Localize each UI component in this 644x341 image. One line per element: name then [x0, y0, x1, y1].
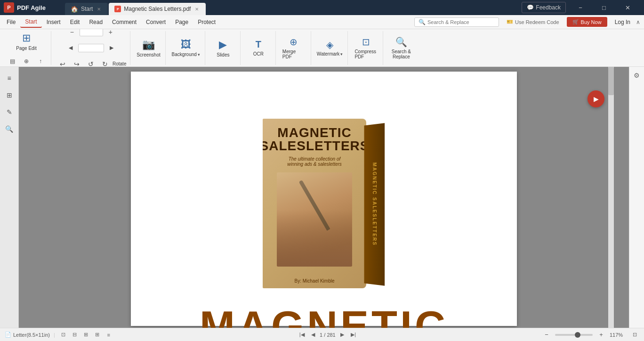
right-panel: ⚙ [629, 67, 644, 328]
menu-file[interactable]: File [2, 17, 20, 27]
menu-convert-label: Convert [146, 19, 166, 25]
background-arrow: ▾ [198, 52, 200, 57]
status-scrollbar-icon[interactable]: ≡ [104, 330, 113, 340]
rotate-label: Rotate [113, 61, 126, 66]
status-next-page[interactable]: ▶ [338, 330, 347, 340]
status-zoom-in[interactable]: + [596, 330, 606, 340]
feedback-button[interactable]: 💬 Feedback [522, 2, 566, 13]
log-in-button[interactable]: Log In [611, 19, 634, 25]
collapse-button[interactable]: ∧ [634, 19, 642, 25]
insert-page-button[interactable]: ⊕ [20, 55, 33, 67]
page-edit-button[interactable]: ⊞ Page Edit [13, 29, 40, 55]
sidebar-grid-view[interactable]: ⊞ [2, 88, 17, 103]
watermark-button[interactable]: ◈ Watermark ▾ [316, 35, 344, 61]
zoom-out-button[interactable]: − [65, 29, 79, 39]
minimize-icon: − [579, 4, 582, 11]
search-replace-button[interactable]: 🔍 Search & Replace [388, 35, 414, 61]
thumbnail-view-button[interactable]: ▤ [6, 55, 19, 67]
sidebar-find[interactable]: 🔍 [2, 122, 17, 137]
menu-comment[interactable]: Comment [107, 17, 141, 27]
extract-page-button[interactable]: ↑ [34, 55, 47, 67]
status-prev-page[interactable]: ◀ [308, 330, 318, 340]
status-fit-btn[interactable]: ⊡ [630, 330, 639, 340]
view-mode-icons: ⊡ ⊟ ⊞ ⊞ ≡ [59, 330, 113, 340]
menu-start[interactable]: Start [20, 16, 41, 28]
status-single-page-icon[interactable]: ⊡ [59, 330, 68, 340]
zoom-input[interactable]: 117% [80, 29, 103, 36]
menu-protect[interactable]: Protect [193, 17, 220, 27]
logo-icon: P [4, 2, 14, 13]
slides-icon: ▶ [219, 39, 227, 51]
menu-insert[interactable]: Insert [42, 17, 65, 27]
page-edit-icon: ⊞ [22, 32, 31, 44]
status-first-page[interactable]: |◀ [297, 330, 306, 340]
page-edit-sub-icons: ▤ ⊕ ↑ [6, 55, 47, 67]
slides-label: Slides [217, 52, 229, 57]
status-facing-continuous-icon[interactable]: ⊞ [93, 330, 102, 340]
compress-icon: ⊡ [362, 36, 370, 48]
bottom-magnetic-text: MAGNETIC [131, 302, 517, 328]
settings-panel-button[interactable]: ⚙ [630, 69, 644, 82]
next-page-button[interactable]: ▶ [105, 41, 118, 55]
menu-page-label: Page [175, 19, 188, 25]
redo-button[interactable]: ↪ [70, 57, 83, 67]
menu-edit[interactable]: Edit [65, 17, 85, 27]
zoom-in-button[interactable]: + [104, 29, 117, 39]
tab-start-close[interactable]: ✕ [96, 6, 102, 12]
sidebar-edit-view[interactable]: ✎ [2, 105, 17, 120]
page-input[interactable]: 1 / 281 [78, 44, 104, 52]
menu-bar: File Start Insert Edit Read Comment Conv… [0, 15, 644, 29]
undo-button[interactable]: ↩ [56, 57, 69, 67]
sidebar-list-view[interactable]: ≡ [2, 71, 17, 86]
status-zoom-out[interactable]: − [542, 330, 551, 340]
app-name: PDF Agile [17, 4, 46, 11]
minimize-button[interactable]: − [570, 0, 591, 15]
zoom-row: − 117% + [65, 29, 117, 39]
screenshot-button[interactable]: 📷 Screenshot [135, 35, 161, 61]
background-button[interactable]: 🖼 Background ▾ [170, 35, 201, 61]
buy-now-button[interactable]: 🛒 Buy Now [567, 17, 607, 27]
merge-pdf-button[interactable]: ⊕ Merge PDF [281, 35, 307, 61]
toolbar-group-zoom-nav: − 117% + ◀ 1 / 281 ▶ ↩ ↪ ↺ ↻ Rotate [54, 31, 130, 65]
watermark-arrow: ▾ [340, 52, 343, 57]
app-logo: P PDF Agile [4, 2, 65, 13]
buy-now-label: Buy Now [581, 19, 602, 25]
status-facing-icon[interactable]: ⊞ [81, 330, 91, 340]
menu-convert[interactable]: Convert [141, 17, 170, 27]
compress-pdf-button[interactable]: ⊡ Compress PDF [353, 35, 379, 61]
status-page-num: 1 / 281 [320, 332, 336, 338]
slides-button[interactable]: ▶ Slides [210, 35, 236, 61]
tab-pdf[interactable]: P Magnetic Sales Letters.pdf ✕ [109, 3, 206, 15]
search-box[interactable]: 🔍 [414, 17, 499, 27]
find-icon: 🔍 [5, 125, 13, 133]
menu-read-label: Read [89, 19, 103, 25]
book-author: By: Michael Kimble [294, 278, 334, 284]
scrollbar-track[interactable] [608, 67, 614, 328]
maximize-button[interactable]: □ [593, 0, 615, 15]
menu-file-label: File [7, 19, 16, 25]
tab-pdf-close[interactable]: ✕ [193, 6, 200, 12]
zoom-slider[interactable] [555, 334, 593, 336]
status-continuous-icon[interactable]: ⊟ [70, 330, 80, 340]
toolbar-group-slides: ▶ Slides [208, 31, 241, 65]
tab-start[interactable]: 🏠 Start ✕ [65, 3, 108, 15]
status-last-page[interactable]: ▶| [349, 330, 358, 340]
menu-insert-label: Insert [47, 19, 61, 25]
floating-action-button[interactable]: ▶ [588, 90, 604, 107]
scrollbar-thumb[interactable] [608, 67, 614, 95]
ocr-button[interactable]: T OCR [245, 35, 272, 61]
rotate-cw-button[interactable]: ↻ [98, 57, 112, 67]
feedback-label: Feedback [536, 4, 561, 11]
floating-icon: ▶ [594, 95, 599, 103]
zoom-slider-thumb[interactable] [575, 332, 580, 338]
log-in-label: Log In [615, 19, 630, 25]
search-replace-icon: 🔍 [395, 36, 407, 48]
menu-read[interactable]: Read [84, 17, 107, 27]
prev-page-button[interactable]: ◀ [64, 41, 77, 55]
rotate-ccw-button[interactable]: ↺ [84, 57, 97, 67]
close-icon: ✕ [625, 4, 630, 11]
close-button[interactable]: ✕ [617, 0, 638, 15]
use-redeem-button[interactable]: 🎫 Use Redeem Code [503, 19, 563, 25]
menu-page[interactable]: Page [170, 17, 193, 27]
search-input[interactable] [427, 19, 493, 25]
